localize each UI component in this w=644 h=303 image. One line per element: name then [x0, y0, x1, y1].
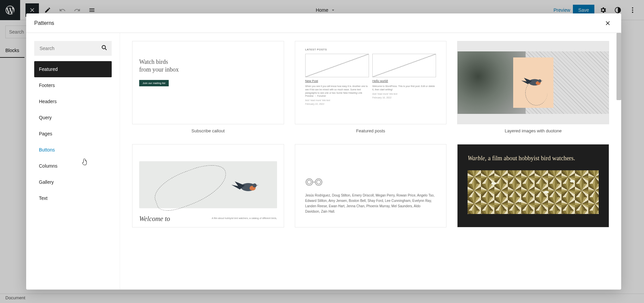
preview-heading-line1: Watch birds	[139, 58, 168, 65]
preview-post-excerpt: When you see it you will know how easy i…	[305, 85, 369, 98]
patterns-sidebar: Featured Footers Headers Query Pages But…	[26, 33, 120, 290]
binoculars-icon	[305, 178, 324, 186]
search-icon	[101, 44, 108, 52]
bird-icon	[520, 73, 547, 89]
preview-readmore: Add 'read more' link text	[372, 93, 436, 95]
preview-post-title: New Post	[305, 79, 369, 83]
placeholder-image	[372, 54, 436, 77]
patterns-grid: Watch birdsfrom your inbox Join our mail…	[120, 33, 621, 290]
category-gallery[interactable]: Gallery	[34, 174, 112, 190]
pattern-subscribe-callout[interactable]: Watch birdsfrom your inbox Join our mail…	[132, 41, 284, 133]
svg-point-11	[253, 183, 257, 187]
category-footers[interactable]: Footers	[34, 77, 112, 93]
pattern-title: Layered images with duotone	[457, 128, 609, 133]
category-list: Featured Footers Headers Query Pages But…	[34, 61, 112, 206]
pattern-preview	[457, 41, 609, 124]
svg-point-12	[306, 179, 313, 185]
preview-post-date: February 16, 2022	[372, 96, 436, 99]
pattern-preview: Warble, a film about hobbyist bird watch…	[457, 144, 609, 227]
preview-names: Jesús Rodriguez, Doug Stilton, Emery Dri…	[305, 193, 436, 214]
preview-image	[139, 161, 277, 208]
pattern-preview: Jesús Rodriguez, Doug Stilton, Emery Dri…	[295, 144, 447, 227]
category-query[interactable]: Query	[34, 110, 112, 126]
preview-image	[468, 170, 599, 214]
preview-post-excerpt: Welcome to WordPress. This is your first…	[372, 85, 436, 91]
dashed-path	[150, 159, 232, 215]
category-buttons[interactable]: Buttons	[34, 142, 112, 158]
pattern-warble-film[interactable]: Warble, a film about hobbyist bird watch…	[457, 144, 609, 227]
svg-point-4	[102, 45, 105, 49]
preview-text: A film about hobbyist bird watchers, a c…	[212, 217, 277, 219]
preview-heading-line2: from your inbox	[139, 66, 179, 73]
pattern-preview: Watch birdsfrom your inbox Join our mail…	[132, 41, 284, 124]
modal-title: Patterns	[34, 20, 54, 26]
category-columns[interactable]: Columns	[34, 158, 112, 174]
svg-line-5	[105, 49, 107, 50]
preview-card	[513, 57, 553, 108]
category-headers[interactable]: Headers	[34, 93, 112, 110]
pattern-preview: Welcome to A film about hobbyist bird wa…	[132, 144, 284, 227]
pattern-title: Featured posts	[295, 128, 447, 133]
pattern-title: Subscribe callout	[132, 128, 284, 133]
pattern-featured-posts[interactable]: LATEST POSTS New Post When you see it yo…	[295, 41, 447, 133]
svg-point-13	[307, 180, 311, 184]
modal-header: Patterns	[26, 13, 621, 33]
preview-readmore: Add 'read more' link text	[305, 99, 369, 101]
category-text[interactable]: Text	[34, 190, 112, 206]
close-button[interactable]	[602, 18, 613, 29]
bird-icon	[230, 175, 263, 196]
pattern-welcome[interactable]: Welcome to A film about hobbyist bird wa…	[132, 144, 284, 227]
category-pages[interactable]: Pages	[34, 126, 112, 142]
pattern-preview: LATEST POSTS New Post When you see it yo…	[295, 41, 447, 124]
preview-label: LATEST POSTS	[305, 48, 436, 51]
svg-point-15	[317, 180, 321, 184]
preview-heading: Welcome to	[139, 215, 170, 223]
pattern-layered-duotone[interactable]: Layered images with duotone	[457, 41, 609, 133]
placeholder-image	[305, 54, 369, 77]
category-featured[interactable]: Featured	[34, 61, 112, 77]
preview-post-title: Hello world!	[372, 79, 436, 83]
patterns-modal: Patterns Featured Footers Headers Query …	[26, 13, 621, 290]
scrollbar[interactable]	[616, 33, 621, 100]
svg-point-14	[315, 179, 322, 185]
close-icon	[604, 20, 611, 27]
pattern-search	[34, 41, 112, 56]
preview-button: Join our mailing list	[139, 80, 169, 86]
svg-point-8	[538, 79, 541, 83]
pattern-names-list[interactable]: Jesús Rodriguez, Doug Stilton, Emery Dri…	[295, 144, 447, 227]
preview-post-date: February 22, 2022	[305, 103, 369, 105]
pattern-search-input[interactable]	[34, 41, 112, 56]
preview-heading: Warble, a film about hobbyist bird watch…	[468, 155, 599, 162]
